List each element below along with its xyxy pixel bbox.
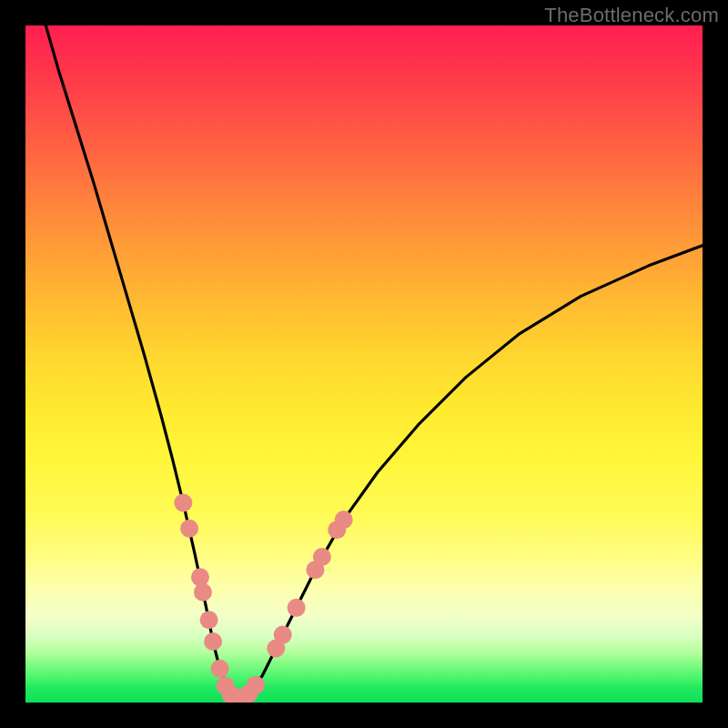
data-marker (335, 511, 353, 529)
data-marker (247, 676, 265, 694)
data-marker (313, 548, 331, 566)
data-marker (180, 520, 198, 538)
data-marker (274, 626, 292, 644)
data-marker (200, 611, 218, 629)
data-marker (174, 494, 192, 512)
data-marker (194, 583, 212, 602)
plot-frame (25, 25, 703, 703)
data-marker (288, 599, 306, 617)
bottleneck-curve (46, 25, 703, 698)
bottleneck-chart (25, 25, 703, 703)
data-marker (211, 660, 229, 678)
data-marker (204, 632, 222, 651)
watermark-text: TheBottleneck.com (544, 4, 719, 27)
